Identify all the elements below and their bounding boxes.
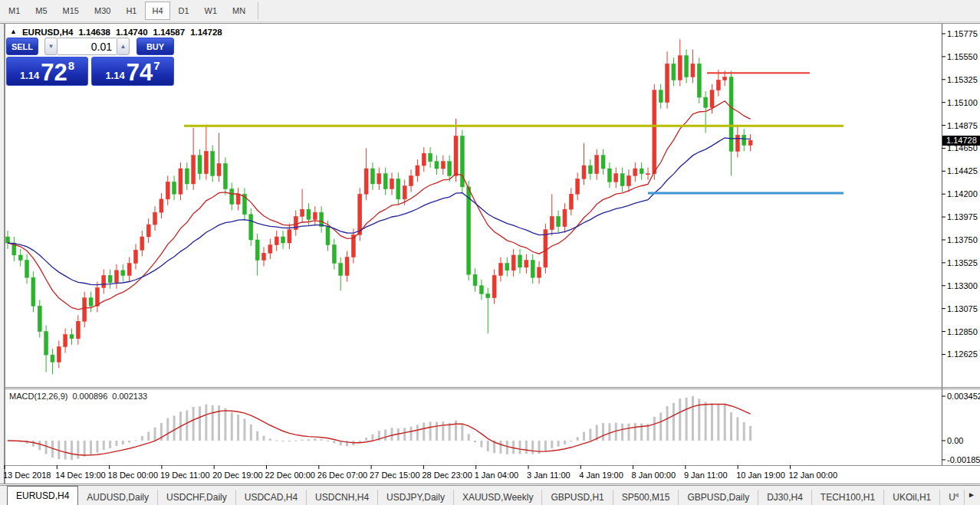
time-axis-label: 28 Dec 23:00 [422, 471, 472, 480]
tab-usdcnh-h4[interactable]: USDCNH,H4 [307, 490, 378, 505]
tab-scroll-right-icon[interactable]: ► [966, 488, 977, 500]
time-axis-label: 14 Dec 19:00 [55, 471, 105, 480]
time-axis-label: 13 Dec 2018 [3, 471, 51, 480]
macd-value: 0.000896 [72, 392, 107, 401]
tab-scroll-buttons: ◄ ► [951, 488, 977, 500]
volume-decrease-button[interactable]: ▼ [44, 38, 58, 55]
tab-gbpusd-daily[interactable]: GBPUSD,Daily [679, 490, 758, 505]
tab-audusd-daily[interactable]: AUDUSD,Daily [78, 490, 158, 505]
tab-scroll-left-icon[interactable]: ◄ [951, 488, 962, 500]
ohlc-open: 1.14638 [78, 28, 110, 37]
macd-indicator-label: MACD(12,26,9) 0.000896 0.002133 [9, 392, 147, 401]
tab-xauusd-weekly[interactable]: XAUUSD,Weekly [454, 490, 542, 505]
time-axis-label: 1 Jan 04:00 [475, 471, 519, 480]
tab-usdjpy-daily[interactable]: USDJPY,Daily [378, 490, 454, 505]
tab-usdchf-daily[interactable]: USDCHF,Daily [158, 490, 236, 505]
timeframe-button-d1[interactable]: D1 [172, 2, 196, 20]
price-axis-label: 1.13975 [947, 212, 978, 221]
ohlc-low: 1.14587 [153, 28, 186, 37]
price-axis-label: 1.15100 [947, 98, 978, 107]
price-axis-label: 1.13750 [947, 235, 978, 244]
time-axis-label: 8 Jan 00:00 [632, 471, 676, 480]
time-axis-label: 12 Jan 00:00 [789, 471, 838, 480]
timeframe-button-m30[interactable]: M30 [87, 2, 117, 20]
macd-signal-value: 0.002133 [112, 392, 147, 401]
buy-price-big: 74 [127, 63, 153, 83]
current-price-tag: 1.14728 [942, 136, 980, 146]
chart-tabbar: EURUSD,H4AUDUSD,DailyUSDCHF,DailyUSDCAD,… [0, 485, 980, 505]
price-axis-label: 1.14200 [947, 189, 978, 198]
time-axis-label: 26 Dec 07:00 [317, 471, 367, 480]
timeframe-button-w1[interactable]: W1 [198, 2, 225, 20]
buy-button[interactable]: BUY [136, 38, 174, 55]
time-axis-label: 10 Jan 19:00 [736, 471, 785, 480]
sell-price-box[interactable]: 1.14 72 8 [6, 57, 88, 86]
time-axis-label: 19 Dec 11:00 [160, 471, 210, 480]
price-axis-label: 1.13075 [947, 304, 978, 313]
time-axis-label: 9 Jan 11:00 [684, 471, 728, 480]
chart-left-frame [0, 23, 5, 484]
macd-axis-label: -0.001851 [947, 455, 980, 464]
sell-price-sup: 8 [68, 59, 74, 72]
one-click-trading-panel: SELL ▼ 0.01 ▲ BUY 1.14 72 8 1.14 74 7 [6, 38, 174, 86]
tab-ukoil-h1[interactable]: UKOil,H1 [884, 490, 940, 505]
timeframe-button-m15[interactable]: M15 [56, 2, 86, 20]
tab-dj30-h4[interactable]: DJ30,H4 [758, 490, 812, 505]
chart-title: EURUSD,H4 [22, 28, 73, 37]
sell-button[interactable]: SELL [6, 38, 38, 55]
price-axis-label: 1.14875 [947, 121, 978, 130]
price-axis-label: 1.14425 [947, 166, 978, 175]
tab-gbpusd-h1[interactable]: GBPUSD,H1 [542, 490, 613, 505]
timeframe-button-mn[interactable]: MN [225, 2, 252, 20]
chart-window[interactable] [0, 23, 980, 485]
spin-down-icon: ▼ [48, 43, 54, 50]
spin-up-icon: ▲ [120, 43, 127, 50]
time-axis-label: 4 Jan 19:00 [579, 471, 623, 480]
sell-price-big: 72 [41, 63, 67, 83]
price-axis-label: 1.13525 [947, 258, 978, 267]
time-axis-label: 20 Dec 19:00 [212, 471, 262, 480]
price-axis-label: 1.13300 [947, 281, 978, 290]
macd-axis-label: 0.003452 [947, 392, 980, 401]
collapse-chart-icon[interactable]: ▲ [10, 28, 17, 35]
time-axis-label: 27 Dec 15:00 [370, 471, 419, 480]
toolbar-separator [258, 2, 258, 19]
timeframe-button-m5[interactable]: M5 [28, 2, 54, 20]
chart-symbol-header: ▲ EURUSD,H4 1.14638 1.14740 1.14587 1.14… [10, 28, 222, 37]
price-axis-label: 1.15325 [947, 75, 978, 84]
tab-eurusd-h4[interactable]: EURUSD,H4 [7, 486, 78, 505]
ohlc-close: 1.14728 [190, 28, 222, 37]
timeframe-toolbar: M1M5M15M30H1H4D1W1MN [0, 0, 980, 22]
buy-price-box[interactable]: 1.14 74 7 [91, 57, 174, 86]
buy-price-sup: 7 [153, 59, 159, 72]
timeframe-button-m1[interactable]: M1 [2, 2, 27, 20]
price-axis-label: 1.15775 [947, 29, 978, 38]
price-axis-label: 1.15550 [947, 52, 978, 61]
ohlc-high: 1.14740 [116, 28, 148, 37]
tab-tech100-h1[interactable]: TECH100,H1 [812, 490, 884, 505]
price-axis-label: 1.12625 [947, 349, 978, 359]
time-axis-label: 22 Dec 00:00 [265, 471, 315, 480]
tab-usdcad-h4[interactable]: USDCAD,H4 [236, 490, 307, 505]
timeframe-button-h4[interactable]: H4 [145, 2, 169, 20]
time-axis-label: 18 Dec 00:00 [108, 471, 158, 480]
price-axis-label: 1.12850 [947, 327, 978, 336]
volume-input[interactable]: 0.01 [58, 38, 117, 55]
time-axis-label: 3 Jan 11:00 [527, 471, 571, 480]
tab-sp500-m15[interactable]: SP500,M15 [613, 490, 679, 505]
timeframe-button-h1[interactable]: H1 [119, 2, 143, 20]
sell-price-head: 1.14 [20, 70, 39, 81]
buy-price-head: 1.14 [105, 70, 124, 81]
macd-axis-label: 0.00 [947, 436, 963, 445]
macd-name: MACD(12,26,9) [9, 392, 67, 401]
volume-increase-button[interactable]: ▲ [117, 38, 130, 55]
